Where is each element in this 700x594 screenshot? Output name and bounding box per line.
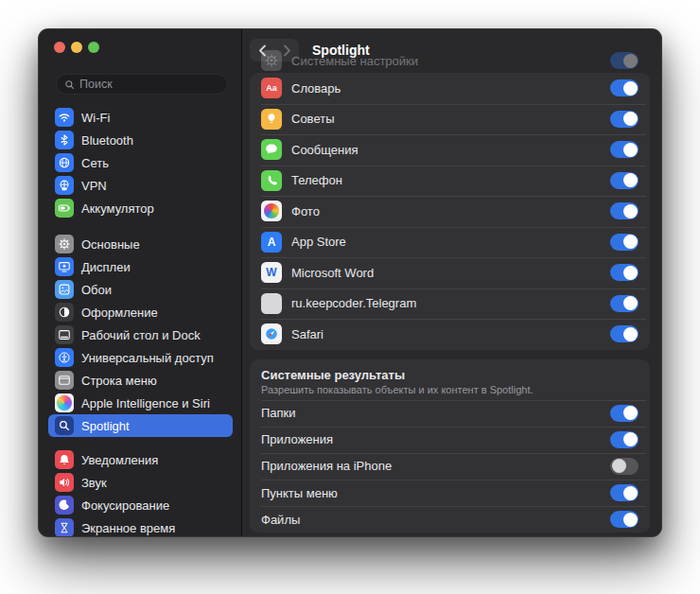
word-icon: W — [261, 262, 282, 283]
sidebar-item-appearance[interactable]: Оформление — [48, 301, 233, 323]
sidebar-item-desktop-dock[interactable]: Рабочий стол и Dock — [48, 323, 233, 346]
sidebar: Поиск Wi-Fi Bluetooth Сеть VPN Аккумулят… — [39, 29, 242, 536]
sidebar-item-sound[interactable]: Звук — [48, 471, 233, 494]
sidebar-item-vpn[interactable]: VPN — [48, 174, 233, 197]
toggle-row-tips[interactable]: Советы — [250, 104, 650, 135]
sidebar-item-wallpaper[interactable]: Обои — [48, 278, 233, 301]
toggle[interactable] — [610, 172, 639, 189]
toggle-row-photos[interactable]: Фото — [250, 196, 650, 227]
sidebar-item-apple-intelligence-siri[interactable]: Apple Intelligence и Siri — [48, 392, 233, 414]
toggle-row-files[interactable]: Файлы — [250, 506, 650, 533]
toggle[interactable] — [610, 405, 639, 422]
sidebar-item-label: Apple Intelligence и Siri — [81, 396, 210, 411]
toggle[interactable] — [610, 202, 639, 219]
toggle-row-label: ru.keepcoder.Telegram — [291, 296, 601, 310]
icon-glyph: W — [266, 266, 276, 279]
sidebar-item-label: Фокусирование — [81, 498, 169, 513]
speaker-icon — [55, 473, 74, 492]
telegram-icon — [261, 293, 282, 314]
toggle-row-label: App Store — [291, 235, 601, 249]
sidebar-item-label: VPN — [81, 179, 107, 193]
desktop-dock-icon — [55, 325, 74, 344]
safari-icon — [261, 323, 282, 344]
toggle-row-applications[interactable]: Приложения — [250, 427, 650, 453]
sidebar-item-label: Рабочий стол и Dock — [81, 328, 201, 342]
sidebar-item-label: Звук — [81, 476, 107, 490]
toggle-row-messages[interactable]: Сообщения — [250, 134, 650, 166]
sidebar-item-displays[interactable]: Дисплеи — [48, 255, 233, 278]
sidebar-item-notifications[interactable]: Уведомления — [48, 448, 233, 471]
hourglass-icon — [55, 518, 74, 537]
toggle[interactable] — [610, 458, 639, 475]
gear-icon — [55, 235, 74, 253]
toggle-row-label: Словарь — [291, 81, 601, 96]
toggle[interactable] — [610, 79, 639, 96]
accessibility-icon — [55, 348, 74, 367]
toggle-row-dictionary[interactable]: Аа Словарь — [250, 73, 650, 104]
sidebar-item-network[interactable]: Сеть — [48, 151, 233, 174]
minimize-button[interactable] — [71, 42, 82, 53]
sidebar-item-label: Основные — [81, 237, 140, 252]
toggle[interactable] — [610, 325, 639, 342]
app-store-icon: A — [261, 232, 282, 253]
close-button[interactable] — [54, 42, 65, 53]
dictionary-icon: Аа — [261, 78, 282, 98]
sidebar-item-label: Bluetooth — [81, 133, 133, 148]
icon-glyph: Аа — [266, 83, 277, 93]
toggle[interactable] — [610, 484, 639, 501]
spotlight-icon — [55, 416, 74, 435]
sidebar-item-spotlight[interactable]: Spotlight — [48, 414, 233, 437]
toggle-row-label: Файлы — [261, 513, 601, 527]
menu-bar-icon — [55, 371, 74, 390]
toggle[interactable] — [610, 511, 639, 528]
sidebar-item-general[interactable]: Основные — [48, 233, 233, 255]
search-input[interactable]: Поиск — [56, 74, 228, 95]
zoom-button[interactable] — [88, 42, 99, 53]
chevron-right-icon[interactable] — [283, 44, 291, 57]
sidebar-item-label: Уведомления — [81, 453, 158, 467]
sidebar-item-bluetooth[interactable]: Bluetooth — [48, 129, 233, 151]
sidebar-item-accessibility[interactable]: Универсальный доступ — [48, 346, 233, 369]
chevron-left-icon[interactable] — [258, 44, 267, 57]
phone-icon — [261, 170, 282, 191]
moon-icon — [55, 496, 74, 515]
toggle[interactable] — [610, 141, 639, 158]
settings-scroll-area[interactable]: Системные настройки Аа Словарь Советы Со… — [250, 52, 650, 529]
toggle-row-folders[interactable]: Папки — [250, 400, 650, 427]
toggle-row-phone[interactable]: Телефон — [250, 166, 650, 197]
sidebar-list: Wi-Fi Bluetooth Сеть VPN Аккумулятор Осн… — [48, 106, 233, 537]
sidebar-item-label: Экранное время — [81, 521, 175, 535]
toggle-row-label: Сообщения — [291, 143, 601, 157]
toggle-row-label: Приложения — [261, 432, 601, 446]
toggle[interactable] — [610, 234, 639, 251]
sidebar-item-menu-bar[interactable]: Строка меню — [48, 369, 233, 392]
toggle-row-menu-items[interactable]: Пункты меню — [250, 480, 650, 506]
section-subtitle: Разрешить показывать объекты и их контен… — [261, 384, 639, 395]
display-icon — [55, 257, 74, 276]
sidebar-item-label: Сеть — [81, 156, 109, 170]
toggle-row-iphone-apps[interactable]: Приложения на iPhone — [250, 453, 650, 480]
toggle-row-microsoft-word[interactable]: W Microsoft Word — [250, 257, 650, 288]
toggle-row-label: Советы — [291, 112, 601, 126]
battery-icon — [55, 199, 74, 218]
toggle-row-telegram[interactable]: ru.keepcoder.Telegram — [250, 288, 650, 320]
toggle-row-safari[interactable]: Safari — [250, 319, 650, 350]
sidebar-item-label: Spotlight — [81, 419, 130, 433]
system-results-rows: Папки Приложения Приложения на iPhone Пу… — [250, 400, 650, 533]
network-globe-icon — [55, 153, 74, 172]
toggle-row-app-store[interactable]: A App Store — [250, 227, 650, 258]
toggle[interactable] — [610, 431, 639, 448]
sidebar-item-screen-time[interactable]: Экранное время — [48, 516, 233, 537]
icon-glyph: A — [268, 236, 276, 249]
section-title: Системные результаты — [261, 368, 639, 382]
sidebar-item-label: Универсальный доступ — [81, 351, 214, 365]
toggle[interactable] — [610, 264, 639, 281]
search-placeholder: Поиск — [79, 78, 113, 91]
sidebar-item-focus[interactable]: Фокусирование — [48, 494, 233, 516]
toggle[interactable] — [610, 295, 639, 312]
toggle[interactable] — [610, 111, 639, 128]
toolbar: Spotlight — [250, 39, 661, 61]
sidebar-item-battery[interactable]: Аккумулятор — [48, 197, 233, 219]
sidebar-item-wifi[interactable]: Wi-Fi — [48, 106, 233, 129]
messages-icon — [261, 139, 282, 160]
